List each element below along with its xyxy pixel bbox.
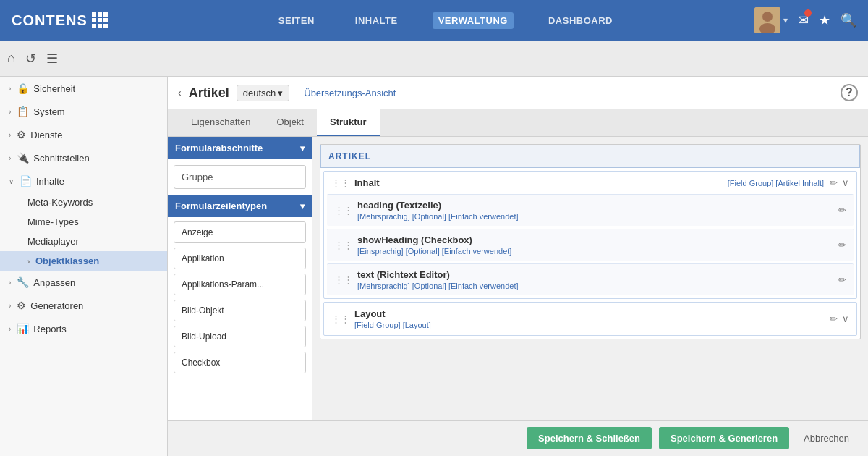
sidebar-label-system: System: [33, 106, 64, 117]
logo-grid-icon: [92, 12, 108, 28]
language-selector[interactable]: deutsch ▾: [237, 85, 290, 101]
tab-struktur[interactable]: Struktur: [317, 109, 380, 136]
edit-icon[interactable]: ✏: [838, 274, 846, 285]
form-row-checkbox[interactable]: Checkbox: [174, 352, 306, 373]
drag-handle-icon[interactable]: ⋮⋮: [334, 240, 353, 250]
tab-objekt[interactable]: Objekt: [263, 109, 317, 136]
reports-icon: 📊: [17, 323, 29, 334]
menu-button[interactable]: ☰: [46, 51, 58, 67]
arrow-icon: ›: [9, 85, 11, 93]
chevron-down-icon[interactable]: ∨: [842, 177, 849, 188]
sidebar-label-generatoren: Generatoren: [30, 300, 83, 311]
gruppe-item[interactable]: Gruppe: [174, 165, 306, 189]
field-item-showheading: ⋮⋮ showHeading (Checkbox) [Einsprachig] …: [327, 229, 854, 261]
nav-seiten[interactable]: SEITEN: [273, 12, 320, 29]
top-nav: SEITEN INHALTE VERWALTUNG DASHBOARD: [137, 12, 754, 29]
sidebar-subitem-mediaplayer[interactable]: Mediaplayer: [0, 232, 167, 251]
edit-icon[interactable]: ✏: [830, 177, 838, 188]
artikel-box: ARTIKEL ⋮⋮ Inhalt [Field Group] [Artikel…: [320, 144, 861, 339]
save-generate-button[interactable]: Speichern & Generieren: [659, 427, 789, 449]
cancel-button[interactable]: Abbrechen: [796, 427, 856, 449]
drag-handle-icon[interactable]: ⋮⋮: [331, 177, 350, 188]
two-col: Formularabschnitte ▾ Gruppe Formularzeil…: [168, 137, 868, 420]
sidebar-subitem-mime-types[interactable]: Mime-Types: [0, 212, 167, 232]
bottom-bar: Speichern & Schließen Speichern & Generi…: [168, 420, 868, 456]
field-item-heading-actions: ✏: [838, 205, 846, 216]
notifications-button[interactable]: ✉: [798, 12, 809, 28]
nav-dashboard[interactable]: DASHBOARD: [542, 12, 618, 29]
arrow-icon: ›: [9, 108, 11, 116]
sidebar-item-dienste[interactable]: › ⚙ Dienste: [0, 123, 167, 146]
field-item-text-content: text (Richtext Editor) [Mehrsprachig] [O…: [357, 269, 519, 290]
artikel-header: ARTIKEL: [320, 145, 860, 168]
edit-icon[interactable]: ✏: [838, 205, 846, 216]
field-group-inhalt: ⋮⋮ Inhalt [Field Group] [Artikel Inhalt]…: [323, 171, 857, 299]
form-row-applikations-param[interactable]: Applikations-Param...: [174, 274, 306, 295]
nav-verwaltung[interactable]: VERWALTUNG: [433, 12, 514, 29]
save-close-button[interactable]: Speichern & Schließen: [527, 427, 652, 449]
layout-box-meta: [Field Group] [Layout]: [354, 321, 431, 329]
sidebar: › 🔒 Sicherheit › 📋 System › ⚙ Dienste › …: [0, 77, 168, 456]
layout-box-header: ⋮⋮ Layout [Field Group] [Layout] ✏ ∨: [331, 308, 849, 329]
main-layout: › 🔒 Sicherheit › 📋 System › ⚙ Dienste › …: [0, 77, 868, 456]
field-item-text: ⋮⋮ text (Richtext Editor) [Mehrsprachig]…: [327, 263, 854, 295]
sidebar-item-schnittstellen[interactable]: › 🔌 Schnittstellen: [0, 146, 167, 169]
logo-text: CONTENS: [12, 12, 88, 29]
form-row-bild-upload[interactable]: Bild-Upload: [174, 326, 306, 347]
favorites-button[interactable]: ★: [819, 12, 830, 28]
avatar-wrap[interactable]: ▾: [754, 7, 788, 33]
formularzeilentypen-header[interactable]: Formularzeilentypen ▾: [168, 195, 312, 217]
refresh-button[interactable]: ↺: [25, 51, 36, 67]
tab-eigenschaften[interactable]: Eigenschaften: [178, 109, 263, 136]
sidebar-item-generatoren[interactable]: › ⚙ Generatoren: [0, 294, 167, 317]
arrow-icon: ›: [27, 258, 30, 266]
sidebar-label-reports: Reports: [33, 324, 67, 334]
help-button[interactable]: ?: [841, 84, 858, 101]
sidebar-label-objektklassen: Objektklassen: [35, 256, 99, 266]
field-group-inhalt-meta: [Field Group] [Artikel Inhalt]: [728, 179, 824, 187]
field-item-text-actions: ✏: [838, 274, 846, 285]
right-panel: ARTIKEL ⋮⋮ Inhalt [Field Group] [Artikel…: [312, 137, 868, 420]
sidebar-item-sicherheit[interactable]: › 🔒 Sicherheit: [0, 77, 167, 100]
drag-handle-icon[interactable]: ⋮⋮: [331, 313, 350, 324]
arrow-icon: ›: [9, 302, 11, 310]
sidebar-item-anpassen[interactable]: › 🔧 Anpassen: [0, 271, 167, 294]
nav-inhalte[interactable]: INHALTE: [349, 12, 404, 29]
formularabschnitte-header[interactable]: Formularabschnitte ▾: [168, 137, 312, 159]
left-panel: Formularabschnitte ▾ Gruppe Formularzeil…: [168, 137, 312, 420]
sidebar-subitem-objektklassen[interactable]: › Objektklassen: [0, 251, 167, 271]
logo[interactable]: CONTENS: [12, 12, 108, 29]
translation-link[interactable]: Übersetzungs-Ansicht: [304, 88, 396, 98]
sidebar-label-dienste: Dienste: [30, 130, 62, 140]
field-group-inhalt-header: ⋮⋮ Inhalt [Field Group] [Artikel Inhalt]…: [324, 172, 856, 194]
field-item-showheading-header: ⋮⋮ showHeading (Checkbox) [Einsprachig] …: [334, 235, 846, 256]
sidebar-item-system[interactable]: › 📋 System: [0, 100, 167, 123]
field-item-showheading-title: showHeading (Checkbox): [357, 235, 511, 245]
language-label: deutsch: [243, 88, 276, 98]
home-button[interactable]: ⌂: [7, 51, 15, 66]
anpassen-icon: 🔧: [17, 276, 29, 288]
layout-box-actions: ✏ ∨: [830, 313, 849, 324]
layout-box-title: Layout: [354, 308, 431, 319]
sidebar-item-reports[interactable]: › 📊 Reports: [0, 317, 167, 340]
form-row-applikation[interactable]: Applikation: [174, 248, 306, 269]
inhalte-icon: 📄: [20, 175, 32, 187]
edit-icon[interactable]: ✏: [830, 313, 838, 324]
form-row-bild-objekt[interactable]: Bild-Objekt: [174, 300, 306, 321]
edit-icon[interactable]: ✏: [838, 240, 846, 250]
sidebar-subitem-meta-keywords[interactable]: Meta-Keywords: [0, 193, 167, 212]
avatar-dropdown-arrow[interactable]: ▾: [783, 15, 788, 25]
drag-handle-icon[interactable]: ⋮⋮: [334, 274, 353, 285]
sidebar-item-inhalte[interactable]: ∨ 📄 Inhalte: [0, 169, 167, 193]
form-row-anzeige[interactable]: Anzeige: [174, 221, 306, 243]
sidebar-label-anpassen: Anpassen: [33, 277, 75, 288]
collapse-button[interactable]: ‹: [178, 87, 182, 98]
content-header: ‹ Artikel deutsch ▾ Übersetzungs-Ansicht…: [168, 77, 868, 109]
chevron-down-icon[interactable]: ∨: [842, 313, 849, 324]
search-button[interactable]: 🔍: [841, 12, 856, 28]
arrow-expanded-icon: ∨: [9, 177, 14, 185]
drag-handle-icon[interactable]: ⋮⋮: [334, 205, 353, 216]
content-area: ‹ Artikel deutsch ▾ Übersetzungs-Ansicht…: [168, 77, 868, 456]
lang-dropdown-icon: ▾: [278, 88, 283, 98]
formularabschnitte-label: Formularabschnitte: [175, 143, 263, 153]
